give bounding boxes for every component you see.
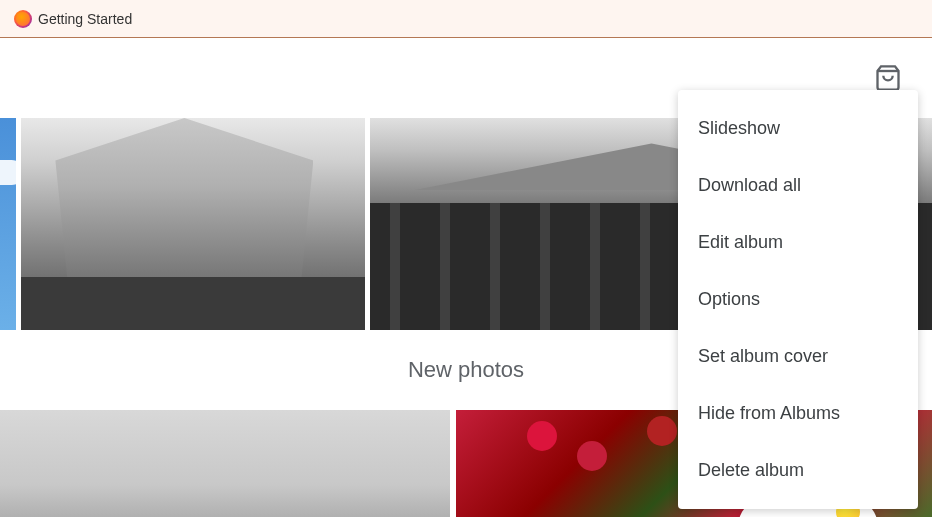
menu-item-options[interactable]: Options: [678, 271, 918, 328]
menu-item-slideshow[interactable]: Slideshow: [678, 100, 918, 157]
photo-thumbnail[interactable]: [0, 410, 450, 517]
firefox-icon: [14, 10, 32, 28]
menu-item-download-all[interactable]: Download all: [678, 157, 918, 214]
section-title: New photos: [408, 357, 524, 383]
photo-thumbnail[interactable]: [21, 118, 365, 330]
bookmark-bar: Getting Started: [0, 0, 932, 38]
menu-item-delete-album[interactable]: Delete album: [678, 442, 918, 499]
more-options-menu: Slideshow Download all Edit album Option…: [678, 90, 918, 509]
menu-item-edit-album[interactable]: Edit album: [678, 214, 918, 271]
shopping-bag-icon[interactable]: [874, 64, 902, 92]
bookmark-label: Getting Started: [38, 11, 132, 27]
menu-item-hide-from-albums[interactable]: Hide from Albums: [678, 385, 918, 442]
bookmark-getting-started[interactable]: Getting Started: [6, 6, 140, 32]
content-area: New photos Slideshow Download all Edit a…: [0, 38, 932, 517]
photo-thumbnail[interactable]: [0, 118, 16, 330]
menu-item-set-album-cover[interactable]: Set album cover: [678, 328, 918, 385]
